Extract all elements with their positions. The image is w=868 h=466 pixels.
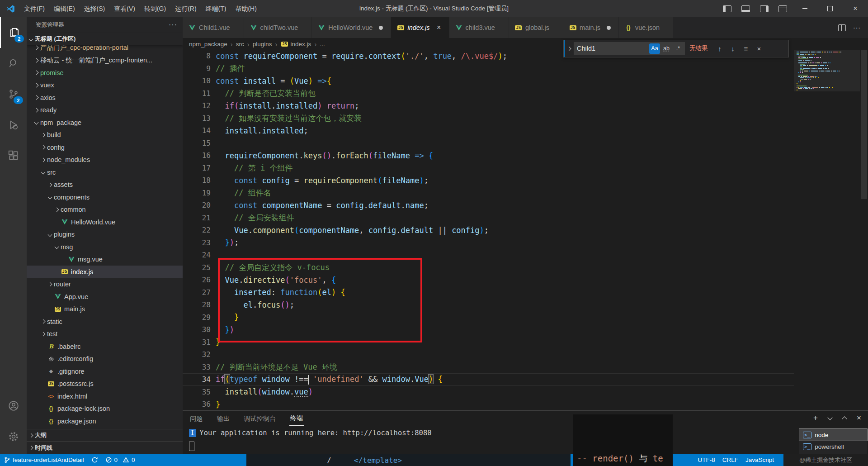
extensions-icon[interactable] <box>0 140 27 171</box>
status-item-1[interactable]: CRLF <box>719 454 742 466</box>
menu-item-3[interactable]: 查看(V) <box>109 0 140 17</box>
find-expand-chevron-icon[interactable] <box>564 40 573 57</box>
more-actions-icon[interactable]: ··· <box>853 24 861 31</box>
menu-item-2[interactable]: 选择(S) <box>80 0 110 17</box>
tree-item-promise[interactable]: promise <box>27 67 183 79</box>
views-and-more-actions-icon[interactable]: ··· <box>169 21 177 29</box>
timeline-section-header[interactable]: 时间线 <box>27 441 183 454</box>
tree-item-plugins[interactable]: plugins <box>27 228 183 241</box>
git-branch-item[interactable]: feature-orderListAndDetail <box>0 454 88 466</box>
terminal-instance-node[interactable]: >_node <box>799 429 867 441</box>
workspace-section-header[interactable]: 无标题 (工作区) <box>27 33 183 45</box>
terminal-output[interactable]: IYour application is running here: http:… <box>189 429 791 454</box>
tree-item-msg.vue[interactable]: msg.vue <box>27 253 183 266</box>
account-icon[interactable] <box>0 390 27 421</box>
toggle-panel-icon[interactable] <box>741 5 750 12</box>
tree-item-config[interactable]: config <box>27 141 183 154</box>
panel-tab-输出[interactable]: 输出 <box>216 412 231 426</box>
tree-item-npm_package[interactable]: npm_package <box>27 116 183 129</box>
tab-HelloWorld.vue[interactable]: HelloWorld.vue <box>312 17 391 38</box>
customize-layout-icon[interactable] <box>778 5 787 12</box>
tree-item-src[interactable]: src <box>27 166 183 179</box>
explorer-icon[interactable]: 2 <box>0 17 28 48</box>
tab-global.js[interactable]: JSglobal.js <box>509 17 563 38</box>
breadcrumb-item-index.js[interactable]: index.js <box>291 41 311 48</box>
tree-item-App.vue[interactable]: App.vue <box>27 290 183 303</box>
tree-item-main.js[interactable]: JSmain.js <box>27 303 183 316</box>
tree-item-HelloWorld.vue[interactable]: HelloWorld.vue <box>27 216 183 228</box>
match-case-icon[interactable]: Aa <box>649 43 660 54</box>
search-icon[interactable] <box>0 48 27 79</box>
close-panel-icon[interactable]: × <box>854 413 864 423</box>
close-tab-icon[interactable]: × <box>434 23 443 32</box>
breadcrumb-item-src[interactable]: src <box>236 41 244 48</box>
tree-item-assets[interactable]: assets <box>27 179 183 191</box>
new-terminal-icon[interactable]: + <box>810 413 821 423</box>
find-input[interactable] <box>574 45 649 52</box>
terminal-dropdown-icon[interactable] <box>825 413 835 423</box>
tab-childTwo.vue[interactable]: childTwo.vue <box>244 17 312 38</box>
status-item-0[interactable]: UTF-8 <box>694 454 718 466</box>
tree-item-build[interactable]: build <box>27 129 183 142</box>
tab-child3.vue[interactable]: child3.vue <box>449 17 509 38</box>
terminal-instance-powershell[interactable]: >_powershell <box>799 441 867 452</box>
tree-item-msg[interactable]: msg <box>27 241 183 253</box>
settings-gear-icon[interactable] <box>0 421 27 452</box>
breadcrumb-item-npm_package[interactable]: npm_package <box>189 41 227 48</box>
panel-tab-问题[interactable]: 问题 <box>189 412 204 426</box>
tree-item-.gitignore[interactable]: ◆.gitignore <box>27 365 183 378</box>
problems-item[interactable]: 0 0 <box>102 454 139 466</box>
status-item-2[interactable]: JavaScript <box>742 454 778 466</box>
tree-item-vuex[interactable]: vuex <box>27 79 183 92</box>
menu-item-5[interactable]: 运行(R) <box>170 0 201 17</box>
tree-item-components[interactable]: components <box>27 191 183 204</box>
split-editor-icon[interactable] <box>838 24 846 31</box>
menu-item-0[interactable]: 文件(F) <box>19 0 49 17</box>
tree-item-router[interactable]: router <box>27 278 183 291</box>
regex-icon[interactable]: .* <box>673 43 684 54</box>
outline-section-header[interactable]: 大纲 <box>27 429 183 442</box>
tab-vue.json[interactable]: {}vue.json <box>619 17 674 38</box>
sync-item[interactable] <box>88 454 102 466</box>
panel-tab-终端[interactable]: 终端 <box>289 412 304 426</box>
tree-item-.babelrc[interactable]: B.babelrc <box>27 340 183 353</box>
tree-item-static[interactable]: static <box>27 315 183 328</box>
minimize-button[interactable] <box>792 0 817 17</box>
tree-item-.editorconfig[interactable]: .editorconfig <box>27 353 183 366</box>
find-next-icon[interactable]: ↓ <box>727 43 739 54</box>
menu-item-6[interactable]: 终端(T) <box>201 0 231 17</box>
code-editor[interactable]: 8const requireComponent = require.contex… <box>183 50 868 411</box>
breadcrumb-item-...[interactable]: ... <box>320 41 325 48</box>
menu-item-4[interactable]: 转到(G) <box>140 0 170 17</box>
tab-main.js[interactable]: JSmain.js <box>563 17 619 38</box>
tree-item-package.json[interactable]: {}package.json <box>27 415 183 428</box>
tree-item-ready[interactable]: ready <box>27 104 183 117</box>
tree-item-test[interactable]: test <box>27 328 183 341</box>
menu-item-1[interactable]: 编辑(E) <box>49 0 80 17</box>
tree-item-产品门户_cpc-operation-portal[interactable]: 产品门户_cpc-operation-portal <box>27 45 183 54</box>
tree-item-index.html[interactable]: <>index.html <box>27 390 183 403</box>
whole-word-icon[interactable]: ab <box>661 43 672 54</box>
close-find-icon[interactable]: × <box>754 43 765 54</box>
source-control-icon[interactable]: 2 <box>0 79 27 109</box>
menu-item-7[interactable]: 帮助(H) <box>231 0 261 17</box>
tab-index.js[interactable]: JSindex.js× <box>391 17 449 38</box>
editor-scrollbar[interactable] <box>860 50 868 411</box>
panel-tab-调试控制台[interactable]: 调试控制台 <box>243 412 277 426</box>
toggle-secondary-sidebar-icon[interactable] <box>760 5 769 12</box>
maximize-button[interactable] <box>817 0 843 17</box>
minimap[interactable] <box>794 50 860 411</box>
tree-item-package-lock.json[interactable]: {}package-lock.json <box>27 403 183 415</box>
toggle-sidebar-icon[interactable] <box>723 5 731 12</box>
tree-item-common[interactable]: common <box>27 204 183 216</box>
breadcrumb-item-plugins[interactable]: plugins <box>253 41 272 48</box>
tree-item-.postcssrc.js[interactable]: JS.postcssrc.js <box>27 378 183 390</box>
tree-item-移动云 - 统一前端门户_ccmp-fronten...[interactable]: 移动云 - 统一前端门户_ccmp-fronten... <box>27 54 183 67</box>
tree-item-axios[interactable]: axios <box>27 91 183 104</box>
close-window-button[interactable]: × <box>843 0 868 17</box>
find-previous-icon[interactable]: ↑ <box>714 43 726 54</box>
find-in-selection-icon[interactable]: ≡ <box>741 43 752 54</box>
tree-item-node_modules[interactable]: node_modules <box>27 154 183 166</box>
maximize-panel-icon[interactable] <box>839 413 850 423</box>
tab-Child1.vue[interactable]: Child1.vue <box>183 17 244 38</box>
